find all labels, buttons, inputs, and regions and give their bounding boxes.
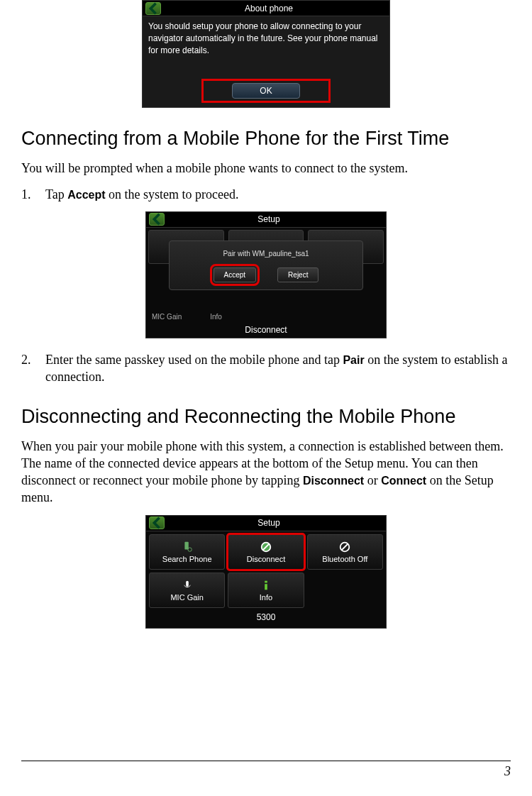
info-label: Info	[210, 313, 222, 321]
background-labels: MIC Gain Info	[152, 313, 222, 321]
step-1-text-a: Tap	[45, 187, 67, 201]
back-button[interactable]	[149, 516, 165, 529]
mic-gain-label: MIC Gain	[152, 313, 182, 321]
back-button[interactable]	[149, 213, 165, 226]
intro-connecting-text: You will be prompted when a mobile phone…	[21, 160, 511, 177]
info-label: Info	[260, 593, 272, 602]
info-icon	[260, 579, 272, 592]
mic-gain-label: MIC Gain	[170, 593, 203, 602]
reject-button[interactable]: Reject	[277, 267, 318, 282]
mic-icon	[181, 579, 194, 592]
bluetooth-off-button[interactable]: Bluetooth Off	[307, 534, 383, 570]
step-1-accept-bold: Accept	[67, 189, 105, 201]
page-footer: 3	[21, 761, 511, 779]
mic-gain-button[interactable]: MIC Gain	[149, 573, 225, 608]
disconnect-label: Disconnect	[247, 555, 285, 563]
setup-titlebar: Setup	[146, 212, 386, 228]
ok-button-highlight: OK	[201, 79, 330, 103]
step-2-pair-bold: Pair	[343, 354, 364, 366]
setup-pair-screenshot: Setup S f MIC Gain Info Disconnect Pair …	[145, 211, 387, 338]
bluetooth-off-icon	[338, 541, 351, 553]
svg-rect-6	[186, 580, 189, 586]
pair-dialog-title: Pair with WM_pauline_tsa1	[175, 250, 357, 258]
step-1-number: 1.	[21, 186, 45, 203]
setup-grid-screenshot: Setup Search Phone Disconnect Bluetooth …	[145, 515, 387, 629]
bluetooth-off-label: Bluetooth Off	[322, 555, 367, 563]
para-disconnect: When you pair your mobile phone with thi…	[21, 438, 511, 507]
para-disconnect-bold2: Connect	[381, 475, 426, 487]
about-phone-titlebar: About phone	[143, 1, 389, 16]
svg-rect-8	[265, 584, 267, 590]
ok-button[interactable]: OK	[232, 83, 299, 99]
setup-title: Setup	[167, 214, 370, 224]
heading-disconnect: Disconnecting and Reconnecting the Mobil…	[21, 406, 511, 428]
setup-grid-title: Setup	[167, 518, 370, 528]
about-phone-screenshot: About phone You should setup your phone …	[142, 0, 390, 108]
setup-disconnect-label: Disconnect	[146, 325, 386, 335]
setup-grid-titlebar: Setup	[146, 516, 386, 531]
step-2: 2. Enter the same passkey used on the mo…	[21, 351, 511, 386]
page-number: 3	[504, 764, 511, 778]
step-1-text-b: on the system to proceed.	[106, 187, 239, 201]
setup-pair-body: S f MIC Gain Info Disconnect Pair with W…	[146, 228, 386, 338]
search-phone-button[interactable]: Search Phone	[149, 534, 225, 570]
disconnect-button[interactable]: Disconnect	[228, 534, 304, 570]
back-button[interactable]	[145, 2, 161, 15]
step-2-number: 2.	[21, 351, 45, 386]
svg-rect-7	[265, 580, 267, 582]
about-phone-title: About phone	[164, 4, 374, 13]
svg-point-1	[188, 548, 192, 551]
setup-grid-body: Search Phone Disconnect Bluetooth Off MI…	[146, 531, 386, 628]
phone-search-icon	[181, 541, 194, 553]
info-button[interactable]: Info	[228, 573, 304, 608]
connected-device-name: 5300	[148, 609, 384, 626]
heading-connecting: Connecting from a Mobile Phone for the F…	[21, 128, 511, 150]
step-2-text: Enter the same passkey used on the mobil…	[45, 351, 511, 386]
step-2-text-a: Enter the same passkey used on the mobil…	[45, 353, 343, 367]
svg-line-5	[342, 543, 348, 550]
search-phone-label: Search Phone	[162, 555, 212, 563]
para-disconnect-bold1: Disconnect	[303, 475, 364, 487]
disconnect-icon	[260, 541, 272, 553]
pair-dialog: Pair with WM_pauline_tsa1 Accept Reject	[169, 241, 363, 290]
step-1-text: Tap Accept on the system to proceed.	[45, 186, 511, 203]
step-1: 1. Tap Accept on the system to proceed.	[21, 186, 511, 203]
para-disconnect-mid: or	[364, 473, 381, 487]
accept-button[interactable]: Accept	[214, 267, 257, 282]
about-phone-body: You should setup your phone to allow con…	[143, 16, 389, 65]
